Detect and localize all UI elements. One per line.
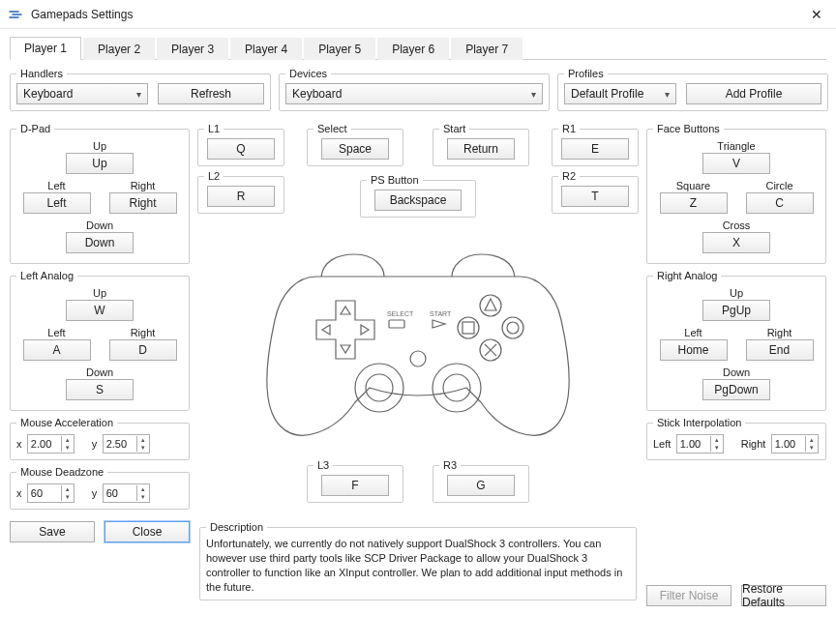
face-triangle-button[interactable]: V bbox=[702, 153, 770, 174]
controller-icon: SELECT START bbox=[244, 223, 592, 455]
stick-interp-left-spinner[interactable]: 1.00▲▼ bbox=[676, 434, 724, 454]
l3-group: L3F bbox=[307, 459, 403, 503]
app-logo-icon bbox=[8, 7, 23, 22]
svg-text:START: START bbox=[430, 310, 452, 317]
spinner-down-icon[interactable]: ▼ bbox=[62, 444, 74, 452]
titlebar: Gamepads Settings ✕ bbox=[0, 0, 836, 29]
lanalog-right-button[interactable]: D bbox=[109, 339, 177, 361]
window-close-button[interactable]: ✕ bbox=[805, 7, 828, 22]
spinner-down-icon[interactable]: ▼ bbox=[137, 493, 149, 501]
mouse-dead-x-spinner[interactable]: 60▲▼ bbox=[27, 483, 75, 503]
svg-marker-3 bbox=[361, 325, 369, 335]
dpad-left-button[interactable]: Left bbox=[23, 192, 91, 214]
stick-interp-right-spinner[interactable]: 1.00▲▼ bbox=[771, 434, 819, 454]
svg-point-6 bbox=[458, 317, 479, 338]
window-title: Gamepads Settings bbox=[31, 8, 805, 21]
restore-defaults-button[interactable]: Restore Defaults bbox=[741, 585, 826, 606]
chevron-down-icon: ▾ bbox=[665, 89, 670, 100]
face-buttons-group: Face Buttons TriangleV SquareZ CircleC C… bbox=[646, 123, 826, 264]
dpad-down-button[interactable]: Down bbox=[66, 232, 134, 253]
r2-group: R2T bbox=[552, 170, 639, 214]
svg-text:SELECT: SELECT bbox=[387, 310, 414, 317]
mouse-accel-y-spinner[interactable]: 2.50▲▼ bbox=[103, 434, 150, 454]
profiles-select[interactable]: Default Profile▾ bbox=[564, 83, 676, 104]
add-profile-button[interactable]: Add Profile bbox=[686, 83, 821, 104]
l1-button[interactable]: Q bbox=[207, 138, 275, 160]
ranalog-down-button[interactable]: PgDown bbox=[702, 379, 770, 400]
profiles-group: Profiles Default Profile▾ Add Profile bbox=[557, 68, 828, 111]
svg-marker-16 bbox=[433, 320, 445, 328]
svg-rect-7 bbox=[463, 322, 474, 334]
filter-noise-button[interactable]: Filter Noise bbox=[646, 585, 732, 606]
spinner-up-icon[interactable]: ▲ bbox=[137, 485, 149, 493]
handlers-select[interactable]: Keyboard▾ bbox=[16, 83, 148, 104]
face-circle-button[interactable]: C bbox=[746, 192, 814, 214]
tab-player-6[interactable]: Player 6 bbox=[377, 38, 449, 60]
mouse-accel-x-spinner[interactable]: 2.00▲▼ bbox=[27, 434, 75, 454]
spinner-up-icon[interactable]: ▲ bbox=[137, 436, 149, 444]
spinner-up-icon[interactable]: ▲ bbox=[62, 485, 74, 493]
tab-player-5[interactable]: Player 5 bbox=[304, 38, 375, 60]
l2-button[interactable]: R bbox=[207, 186, 275, 207]
r3-button[interactable]: G bbox=[447, 475, 515, 496]
svg-point-11 bbox=[355, 364, 403, 412]
face-cross-button[interactable]: X bbox=[702, 232, 770, 253]
mouse-dead-y-spinner[interactable]: 60▲▼ bbox=[103, 483, 150, 503]
r1-button[interactable]: E bbox=[561, 138, 629, 160]
chevron-down-icon: ▾ bbox=[136, 89, 141, 100]
description-text: Unfortunately, we currently do not nativ… bbox=[206, 537, 630, 594]
spinner-down-icon[interactable]: ▼ bbox=[711, 444, 723, 452]
lanalog-up-button[interactable]: W bbox=[66, 300, 134, 321]
r2-button[interactable]: T bbox=[561, 186, 629, 207]
stick-interpolation-group: Stick Interpolation Left 1.00▲▼ Right 1.… bbox=[646, 417, 826, 460]
spinner-up-icon[interactable]: ▲ bbox=[806, 436, 818, 444]
svg-point-13 bbox=[433, 364, 481, 412]
lanalog-left-button[interactable]: A bbox=[23, 339, 91, 361]
spinner-down-icon[interactable]: ▼ bbox=[806, 444, 818, 452]
ranalog-up-button[interactable]: PgUp bbox=[702, 300, 770, 321]
chevron-down-icon: ▾ bbox=[531, 89, 536, 100]
dpad-group: D-Pad UpUp LeftLeft RightRight DownDown bbox=[10, 123, 190, 264]
mouse-deadzone-group: Mouse Deadzone x 60▲▼ y 60▲▼ bbox=[10, 466, 190, 510]
tab-player-1[interactable]: Player 1 bbox=[10, 37, 81, 60]
ps-button[interactable]: Backspace bbox=[374, 190, 462, 211]
spinner-up-icon[interactable]: ▲ bbox=[711, 436, 723, 444]
right-analog-group: Right Analog UpPgUp LeftHome RightEnd Do… bbox=[646, 270, 826, 411]
tab-player-4[interactable]: Player 4 bbox=[230, 38, 302, 60]
tab-player-7[interactable]: Player 7 bbox=[451, 38, 522, 60]
select-button[interactable]: Space bbox=[321, 138, 389, 160]
svg-marker-5 bbox=[485, 299, 496, 310]
devices-group: Devices Keyboard▾ bbox=[279, 68, 550, 111]
tab-player-3[interactable]: Player 3 bbox=[157, 38, 228, 60]
save-button[interactable]: Save bbox=[10, 521, 95, 542]
close-button[interactable]: Close bbox=[104, 521, 190, 542]
spinner-down-icon[interactable]: ▼ bbox=[137, 444, 149, 452]
dpad-up-button[interactable]: Up bbox=[66, 153, 134, 174]
spinner-up-icon[interactable]: ▲ bbox=[62, 436, 74, 444]
refresh-button[interactable]: Refresh bbox=[158, 83, 264, 104]
r3-group: R3G bbox=[433, 459, 529, 503]
spinner-down-icon[interactable]: ▼ bbox=[62, 493, 74, 501]
face-square-button[interactable]: Z bbox=[660, 192, 728, 214]
l3-button[interactable]: F bbox=[321, 475, 389, 496]
lanalog-down-button[interactable]: S bbox=[66, 379, 134, 400]
svg-marker-1 bbox=[341, 345, 350, 353]
l2-group: L2R bbox=[197, 170, 284, 214]
handlers-group: Handlers Keyboard▾ Refresh bbox=[10, 68, 271, 111]
left-analog-group: Left Analog UpW LeftA RightD DownS bbox=[10, 270, 190, 411]
tab-player-2[interactable]: Player 2 bbox=[83, 38, 155, 60]
ranalog-right-button[interactable]: End bbox=[746, 339, 814, 361]
svg-rect-15 bbox=[389, 320, 404, 328]
start-button[interactable]: Return bbox=[447, 138, 515, 160]
devices-select[interactable]: Keyboard▾ bbox=[285, 83, 543, 104]
svg-point-9 bbox=[507, 322, 519, 334]
svg-marker-2 bbox=[322, 325, 330, 335]
svg-marker-0 bbox=[341, 307, 350, 314]
svg-point-8 bbox=[502, 317, 523, 338]
profiles-legend: Profiles bbox=[564, 68, 608, 79]
l1-group: L1Q bbox=[197, 123, 284, 166]
dpad-right-button[interactable]: Right bbox=[109, 192, 177, 214]
ranalog-left-button[interactable]: Home bbox=[660, 339, 728, 361]
select-group: SelectSpace bbox=[307, 123, 403, 166]
ps-button-group: PS ButtonBackspace bbox=[360, 174, 476, 218]
